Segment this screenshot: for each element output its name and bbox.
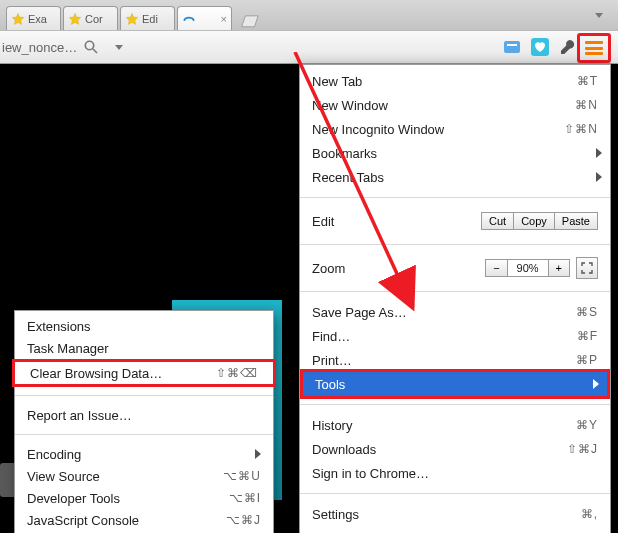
tab-label: Edi <box>142 13 158 25</box>
svg-line-1 <box>93 49 97 53</box>
svg-rect-2 <box>504 41 520 53</box>
menu-separator <box>15 434 273 435</box>
tab-3-active[interactable]: × <box>177 6 232 30</box>
menu-label: History <box>312 418 576 433</box>
menu-shortcut: ⌘Y <box>576 418 598 432</box>
menu-find[interactable]: Find… ⌘F <box>300 324 610 348</box>
menu-label: Print… <box>312 353 576 368</box>
menu-separator <box>300 291 610 292</box>
menu-label: JavaScript Console <box>27 513 226 528</box>
paste-button[interactable]: Paste <box>555 212 598 230</box>
menu-label: Find… <box>312 329 577 344</box>
submenu-arrow-icon <box>596 172 602 182</box>
submenu-encoding[interactable]: Encoding <box>15 443 273 465</box>
star-icon <box>68 12 82 26</box>
submenu-task-manager[interactable]: Task Manager <box>15 337 273 359</box>
cut-button[interactable]: Cut <box>481 212 514 230</box>
menu-edit-row: Edit Cut Copy Paste <box>300 206 610 236</box>
fullscreen-icon <box>581 262 593 274</box>
menu-bookmarks[interactable]: Bookmarks <box>300 141 610 165</box>
tabstrip-expand-icon[interactable] <box>588 4 610 26</box>
menu-label: Bookmarks <box>312 146 598 161</box>
menu-new-window[interactable]: New Window ⌘N <box>300 93 610 117</box>
dropdown-icon[interactable] <box>108 36 130 58</box>
menu-shortcut: ⌥⌘U <box>223 469 261 483</box>
menu-shortcut: ⌥⌘J <box>226 513 261 527</box>
menu-label: Save Page As… <box>312 305 576 320</box>
submenu-developer-tools[interactable]: Developer Tools ⌥⌘I <box>15 487 273 509</box>
toolbar: iew_nonce… <box>0 30 618 64</box>
menu-label: New Tab <box>312 74 577 89</box>
menu-save-page[interactable]: Save Page As… ⌘S <box>300 300 610 324</box>
tab-0[interactable]: Exa <box>6 6 61 30</box>
menu-shortcut: ⌘N <box>575 98 598 112</box>
menu-separator <box>300 244 610 245</box>
extension-icon-heart[interactable] <box>529 36 551 58</box>
menu-label: Report an Issue… <box>27 408 261 423</box>
tab-label: Exa <box>28 13 47 25</box>
menu-tools[interactable]: Tools <box>300 369 610 399</box>
menu-shortcut: ⌥⌘I <box>229 491 261 505</box>
menu-recent-tabs[interactable]: Recent Tabs <box>300 165 610 189</box>
menu-shortcut: ⌘P <box>576 353 598 367</box>
menu-zoom-row: Zoom − 90% + <box>300 253 610 283</box>
menu-downloads[interactable]: Downloads ⇧⌘J <box>300 437 610 461</box>
menu-label: Sign in to Chrome… <box>312 466 598 481</box>
menu-shortcut: ⌘F <box>577 329 598 343</box>
menu-label: Downloads <box>312 442 567 457</box>
menu-label: Zoom <box>312 261 485 276</box>
new-tab-button[interactable] <box>238 14 260 30</box>
menu-separator <box>300 197 610 198</box>
menu-separator <box>300 493 610 494</box>
submenu-report-issue[interactable]: Report an Issue… <box>15 404 273 426</box>
submenu-arrow-icon <box>596 148 602 158</box>
menu-signin[interactable]: Sign in to Chrome… <box>300 461 610 485</box>
tab-label: Cor <box>85 13 103 25</box>
menu-label: Recent Tabs <box>312 170 598 185</box>
menu-shortcut: ⌘, <box>581 507 598 521</box>
menu-new-tab[interactable]: New Tab ⌘T <box>300 69 610 93</box>
zoom-out-button[interactable]: − <box>485 259 507 277</box>
submenu-javascript-console[interactable]: JavaScript Console ⌥⌘J <box>15 509 273 531</box>
copy-button[interactable]: Copy <box>514 212 555 230</box>
menu-separator <box>300 404 610 405</box>
menu-label: Settings <box>312 507 581 522</box>
menu-label: Edit <box>312 214 481 229</box>
svg-rect-3 <box>507 44 517 46</box>
search-icon[interactable] <box>80 36 102 58</box>
extension-icon-wrench[interactable] <box>557 36 579 58</box>
star-icon <box>11 12 25 26</box>
submenu-clear-browsing-data[interactable]: Clear Browsing Data… ⇧⌘⌫ <box>12 359 276 387</box>
omnibox-fragment[interactable]: iew_nonce… <box>0 40 77 55</box>
loading-icon <box>182 12 196 26</box>
menu-label: New Incognito Window <box>312 122 564 137</box>
extension-icon-blue[interactable] <box>501 36 523 58</box>
fullscreen-button[interactable] <box>576 257 598 279</box>
menu-label: Tools <box>315 377 595 392</box>
submenu-view-source[interactable]: View Source ⌥⌘U <box>15 465 273 487</box>
menu-label: Extensions <box>27 319 261 334</box>
menu-shortcut: ⌘S <box>576 305 598 319</box>
tab-strip: Exa Cor Edi × <box>0 0 618 30</box>
chrome-main-menu: New Tab ⌘T New Window ⌘N New Incognito W… <box>299 64 611 533</box>
menu-about[interactable]: About Google Chrome <box>300 526 610 533</box>
zoom-button-group: − 90% + <box>485 259 570 277</box>
menu-label: View Source <box>27 469 223 484</box>
menu-separator <box>15 395 273 396</box>
tab-1[interactable]: Cor <box>63 6 118 30</box>
menu-label: New Window <box>312 98 575 113</box>
menu-settings[interactable]: Settings ⌘, <box>300 502 610 526</box>
star-icon <box>125 12 139 26</box>
submenu-arrow-icon <box>593 379 599 389</box>
menu-history[interactable]: History ⌘Y <box>300 413 610 437</box>
submenu-extensions[interactable]: Extensions <box>15 315 273 337</box>
tools-submenu: Extensions Task Manager Clear Browsing D… <box>14 310 274 533</box>
tab-2[interactable]: Edi <box>120 6 175 30</box>
chrome-menu-button[interactable] <box>577 33 611 63</box>
tab-close-icon[interactable]: × <box>221 13 227 25</box>
menu-incognito[interactable]: New Incognito Window ⇧⌘N <box>300 117 610 141</box>
svg-point-0 <box>85 41 93 49</box>
menu-label: Task Manager <box>27 341 261 356</box>
zoom-in-button[interactable]: + <box>548 259 570 277</box>
hamburger-icon <box>585 41 603 55</box>
